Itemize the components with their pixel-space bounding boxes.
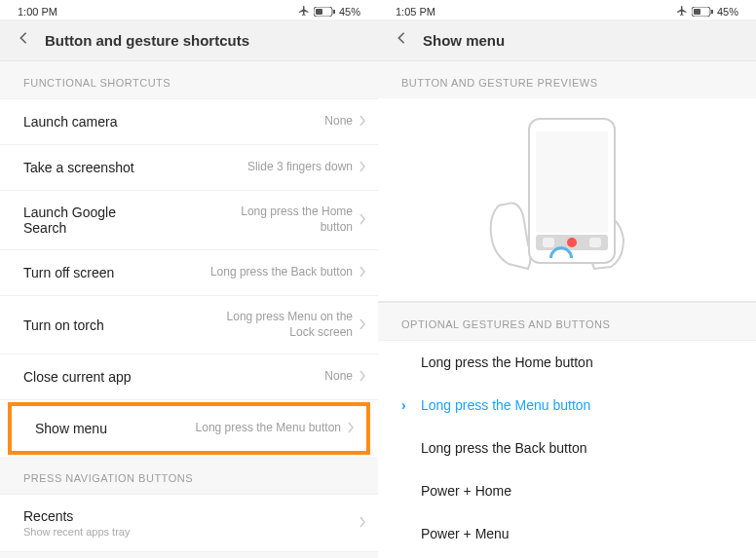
- chevron-right-icon: [347, 420, 355, 437]
- item-launch-google-search[interactable]: Launch Google Search Long press the Home…: [0, 191, 378, 250]
- status-icons: 45%: [298, 5, 360, 19]
- svg-rect-2: [316, 9, 322, 15]
- section-press-nav: PRESS NAVIGATION BUTTONS: [0, 457, 378, 495]
- item-recents[interactable]: Recents Show recent apps tray: [0, 495, 378, 552]
- option-long-press-back[interactable]: › Long press the Back button: [378, 427, 756, 469]
- item-sub: Show recent apps tray: [23, 526, 130, 538]
- gesture-preview: [378, 98, 756, 293]
- status-time: 1:05 PM: [396, 6, 435, 18]
- item-right: Long press Menu on the Lock screen: [207, 310, 366, 340]
- svg-rect-1: [333, 10, 335, 14]
- option-long-press-menu[interactable]: › Long press the Menu button: [378, 384, 756, 427]
- item-launch-camera[interactable]: Launch camera None: [0, 99, 378, 145]
- item-right: Long press the Back button: [210, 264, 366, 281]
- option-label: Power + Home: [421, 483, 511, 499]
- item-right: Slide 3 fingers down: [247, 159, 366, 176]
- option-power-menu[interactable]: › Power + Menu: [378, 512, 756, 555]
- item-title: Turn off screen: [23, 265, 114, 280]
- chevron-right-icon: [359, 316, 366, 334]
- airplane-icon: [676, 5, 688, 19]
- chevron-right-icon: [359, 113, 366, 130]
- item-title: Close current app: [23, 369, 132, 385]
- section-functional-shortcuts: FUNCTIONAL SHORTCUTS: [0, 61, 378, 99]
- item-right: Long press the Home button: [207, 205, 366, 235]
- item-value: None: [324, 114, 353, 130]
- item-right: [359, 514, 366, 532]
- option-long-press-home[interactable]: › Long press the Home button: [378, 341, 756, 384]
- item-show-menu[interactable]: Show menu Long press the Menu button: [12, 406, 366, 451]
- status-bar: 1:05 PM 45%: [378, 0, 756, 19]
- section-system-control: SYSTEM CONTROL: [0, 552, 378, 558]
- phone-screen-icon: [536, 131, 608, 233]
- svg-rect-5: [694, 9, 700, 15]
- phone-body-icon: [528, 118, 616, 264]
- chevron-right-icon: [359, 211, 366, 229]
- screen-button-shortcuts: 1:00 PM 45% Button and gesture shortcuts…: [0, 0, 378, 558]
- nav-back-icon: [589, 238, 601, 247]
- airplane-icon: [298, 5, 310, 19]
- highlight-show-menu: Show menu Long press the Menu button: [8, 402, 370, 455]
- item-main: Recents Show recent apps tray: [23, 508, 130, 538]
- item-take-screenshot[interactable]: Take a screenshot Slide 3 fingers down: [0, 145, 378, 191]
- page-title: Button and gesture shortcuts: [45, 32, 249, 49]
- item-title: Take a screenshot: [23, 160, 134, 175]
- item-value: Long press the Home button: [207, 205, 353, 235]
- section-preview: BUTTON AND GESTURE PREVIEWS: [378, 61, 756, 98]
- item-value: Long press Menu on the Lock screen: [207, 310, 353, 340]
- item-value: Long press the Menu button: [196, 421, 341, 436]
- nav-home-icon: [567, 238, 577, 247]
- option-label: Long press the Menu button: [421, 397, 590, 413]
- item-value: Long press the Back button: [210, 265, 353, 280]
- status-time: 1:00 PM: [18, 6, 57, 18]
- battery-text: 45%: [717, 6, 738, 18]
- chevron-right-icon: [359, 514, 366, 532]
- svg-rect-4: [711, 10, 713, 14]
- battery-icon: [314, 7, 335, 17]
- back-icon[interactable]: [396, 31, 407, 49]
- nav-menu-icon: [543, 238, 554, 247]
- option-label: Power + Menu: [421, 526, 510, 541]
- item-turn-off-screen[interactable]: Turn off screen Long press the Back butt…: [0, 250, 378, 296]
- screen-show-menu: 1:05 PM 45% Show menu BUTTON AND GESTURE…: [378, 0, 756, 558]
- option-label: Long press the Home button: [421, 354, 593, 370]
- header-bar: Button and gesture shortcuts: [0, 19, 378, 61]
- item-value: Slide 3 fingers down: [247, 160, 353, 175]
- item-title: Launch Google Search: [23, 205, 150, 236]
- battery-icon: [692, 7, 713, 17]
- option-label: Long press the Back button: [421, 440, 586, 456]
- item-turn-on-torch[interactable]: Turn on torch Long press Menu on the Loc…: [0, 296, 378, 354]
- section-optional-gestures: OPTIONAL GESTURES AND BUTTONS: [378, 303, 756, 341]
- item-value: None: [324, 369, 353, 385]
- item-close-current-app[interactable]: Close current app None: [0, 354, 378, 400]
- item-right: Long press the Menu button: [196, 420, 355, 437]
- item-right: None: [324, 368, 366, 386]
- phone-navbar-icon: [536, 235, 608, 250]
- chevron-right-icon: [359, 264, 366, 281]
- status-bar: 1:00 PM 45%: [0, 0, 378, 19]
- option-power-home[interactable]: › Power + Home: [378, 469, 756, 512]
- phone-illustration: [470, 118, 664, 283]
- check-icon: ›: [401, 397, 411, 413]
- chevron-right-icon: [359, 159, 366, 176]
- item-title: Turn on torch: [23, 317, 104, 333]
- back-icon[interactable]: [18, 31, 29, 49]
- battery-text: 45%: [339, 6, 360, 18]
- page-title: Show menu: [423, 32, 505, 49]
- item-title: Show menu: [35, 421, 107, 436]
- status-icons: 45%: [676, 5, 738, 19]
- item-title: Recents: [23, 508, 130, 524]
- item-right: None: [324, 113, 366, 130]
- header-bar: Show menu: [378, 19, 756, 61]
- chevron-right-icon: [359, 368, 366, 386]
- item-title: Launch camera: [23, 114, 118, 130]
